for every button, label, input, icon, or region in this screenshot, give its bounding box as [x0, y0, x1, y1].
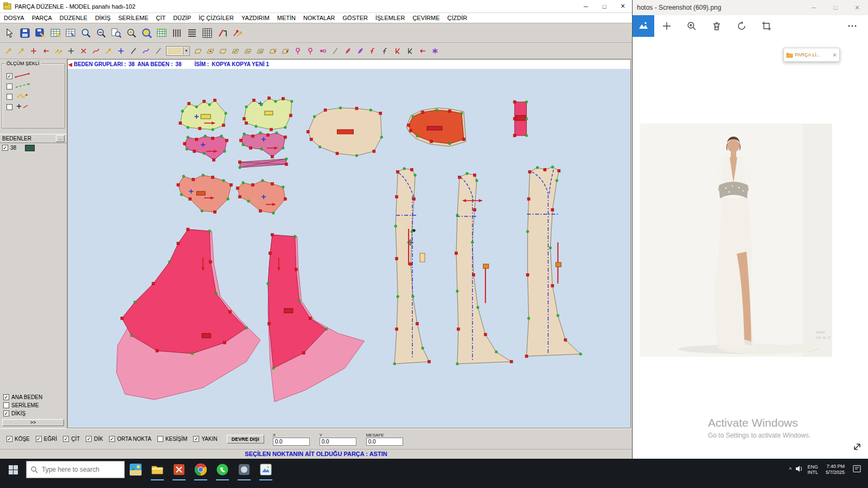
curve-point[interactable]	[204, 135, 207, 138]
taskbar-app-grayapp[interactable]	[233, 459, 255, 480]
control-point[interactable]	[239, 196, 241, 198]
control-point[interactable]	[240, 139, 242, 142]
control-point[interactable]	[448, 110, 451, 113]
control-point[interactable]	[195, 138, 198, 141]
measure-checkbox-3[interactable]	[7, 104, 12, 110]
curve-point[interactable]	[411, 230, 413, 233]
control-point[interactable]	[266, 134, 269, 137]
curve-point[interactable]	[259, 132, 262, 134]
control-point[interactable]	[355, 107, 358, 110]
curve-point[interactable]	[471, 241, 474, 244]
zoom-icon[interactable]	[679, 15, 704, 37]
zoom-tool-icon[interactable]	[78, 25, 93, 41]
fcurve-tool-icon[interactable]	[366, 45, 379, 57]
size-row-38[interactable]: ✓38	[0, 143, 67, 152]
checkbox[interactable]: ✓	[109, 436, 115, 442]
layer-check-ana-beden[interactable]: ✓ANA BEDEN	[3, 394, 63, 400]
control-point[interactable]	[395, 328, 398, 331]
slash-tool-icon[interactable]	[152, 45, 164, 57]
curve-point[interactable]	[275, 100, 277, 103]
control-point[interactable]	[224, 342, 226, 344]
control-point[interactable]	[179, 122, 182, 125]
curve-point[interactable]	[369, 109, 372, 112]
menu-g-ster[interactable]: GÖSTER	[339, 15, 372, 21]
plus-tool-icon[interactable]	[27, 45, 40, 57]
control-point[interactable]	[222, 124, 225, 127]
curve-point[interactable]	[556, 179, 558, 182]
menu-seri-leme[interactable]: SERİLEME	[114, 15, 152, 21]
curve-point[interactable]	[191, 352, 194, 355]
control-point[interactable]	[395, 258, 398, 260]
control-point[interactable]	[513, 134, 516, 137]
checkbox[interactable]: ✓	[3, 394, 9, 400]
slash-tool-icon[interactable]	[127, 45, 139, 57]
control-point[interactable]	[212, 137, 214, 140]
curve-point[interactable]	[414, 174, 417, 177]
curve-point[interactable]	[412, 296, 414, 298]
curve-point[interactable]	[397, 296, 399, 298]
menu-par-a[interactable]: PARÇA	[28, 15, 56, 21]
control-point[interactable]	[526, 274, 529, 277]
curve-point[interactable]	[579, 353, 582, 356]
curve-point[interactable]	[182, 175, 185, 178]
expand-button[interactable]: >>	[2, 419, 64, 426]
table-tool-icon[interactable]	[154, 25, 169, 41]
layer-check-seri-leme[interactable]: SERİLEME	[3, 402, 63, 408]
control-point[interactable]	[551, 209, 554, 211]
feather-tool-icon[interactable]	[354, 45, 366, 57]
curve-point[interactable]	[456, 214, 459, 217]
measure-checkbox-2[interactable]	[7, 94, 12, 100]
curve-point[interactable]	[187, 126, 189, 129]
grid-select-tool-icon[interactable]	[63, 25, 78, 41]
control-point[interactable]	[527, 198, 530, 201]
start-button[interactable]	[0, 459, 26, 480]
star-tool-icon[interactable]	[429, 45, 441, 57]
plus-tool-icon[interactable]	[114, 45, 127, 57]
measure-checkbox-0[interactable]: ✓	[7, 73, 12, 79]
curve-point[interactable]	[225, 112, 227, 115]
checkbox[interactable]	[157, 436, 163, 442]
control-point[interactable]	[270, 129, 272, 131]
curve-point[interactable]	[393, 363, 396, 365]
curve-point[interactable]	[276, 132, 278, 134]
control-point[interactable]	[513, 118, 516, 120]
rows-tool-icon[interactable]	[184, 25, 200, 41]
control-point[interactable]	[245, 122, 248, 125]
fcurve-tool-icon[interactable]	[379, 45, 391, 57]
feather-tool-icon[interactable]	[341, 45, 354, 57]
control-point[interactable]	[193, 150, 196, 153]
menu-d-zi-p[interactable]: DÜZİP	[169, 15, 195, 21]
add-icon[interactable]	[654, 15, 679, 37]
curve-point[interactable]	[224, 150, 226, 153]
menu-i-i-zgi-ler[interactable]: İÇ ÇİZGİLER	[195, 15, 238, 21]
curve-point[interactable]	[133, 301, 136, 304]
control-point[interactable]	[302, 352, 305, 355]
control-point[interactable]	[410, 263, 412, 266]
curve-point[interactable]	[282, 186, 285, 189]
menu-meti-n[interactable]: METİN	[273, 15, 299, 21]
curve-point[interactable]	[130, 335, 133, 337]
size-checkbox[interactable]: ✓	[2, 145, 8, 151]
control-point[interactable]	[229, 311, 232, 313]
dots-tool-icon[interactable]	[316, 45, 329, 57]
curve-point[interactable]	[208, 104, 211, 106]
snap-check-e-ri-[interactable]: ✓EĞRİ	[36, 436, 57, 442]
curve-point[interactable]	[526, 230, 529, 233]
taskbar-search[interactable]	[26, 461, 125, 478]
arrl-tool-icon[interactable]	[40, 45, 52, 57]
control-point[interactable]	[271, 156, 273, 158]
curve-point[interactable]	[272, 367, 275, 370]
curve-point[interactable]	[456, 363, 459, 365]
taskbar-app-photos[interactable]	[255, 459, 277, 480]
minimize-button[interactable]: ─	[577, 0, 595, 12]
curve-tool-icon[interactable]	[90, 45, 102, 57]
control-point[interactable]	[156, 350, 158, 352]
control-point[interactable]	[183, 143, 186, 145]
envr-tool-icon[interactable]	[266, 45, 279, 57]
crop-icon[interactable]	[754, 15, 779, 37]
snap-check--i-t[interactable]: ✓ÇİT	[63, 436, 80, 442]
size-color-swatch[interactable]	[25, 145, 35, 151]
menu--i-zdi-r[interactable]: ÇİZDİR	[444, 15, 471, 21]
control-point[interactable]	[199, 127, 201, 130]
curve-point[interactable]	[247, 200, 250, 203]
